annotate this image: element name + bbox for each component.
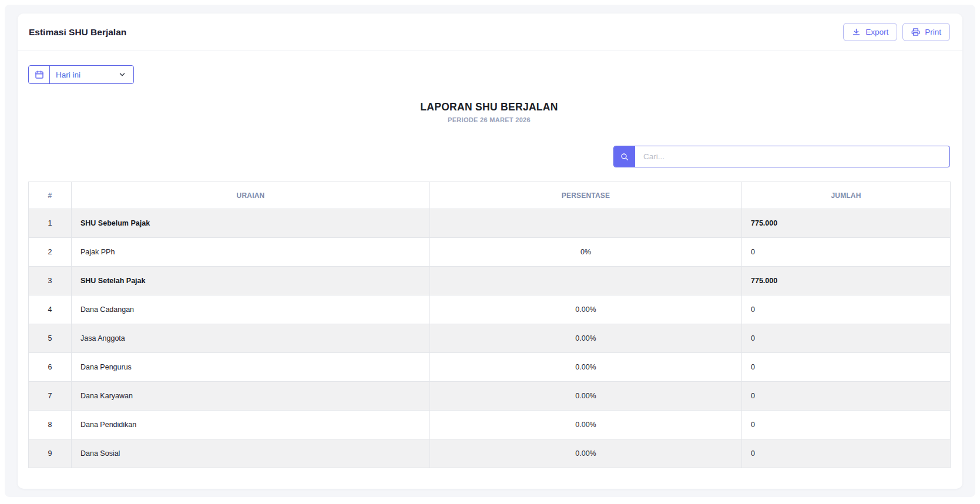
- cell-no: 5: [29, 324, 72, 353]
- table-header-row: # URAIAN PERSENTASE JUMLAH: [29, 182, 951, 209]
- card-header: Estimasi SHU Berjalan Export Print: [18, 14, 962, 51]
- cell-uraian: Dana Karyawan: [72, 382, 430, 411]
- report-title: LAPORAN SHU BERJALAN: [28, 101, 950, 113]
- card-body: Hari ini LAPORAN SHU BERJALAN PERIODE 26…: [18, 51, 962, 468]
- date-range-value: Hari ini: [50, 70, 118, 79]
- search-icon: [614, 146, 635, 167]
- cell-jumlah: 0: [742, 324, 951, 353]
- cell-no: 3: [29, 267, 72, 295]
- report-heading: LAPORAN SHU BERJALAN PERIODE 26 MARET 20…: [28, 101, 950, 123]
- table-row: 5Jasa Anggota0.00%0: [29, 324, 951, 353]
- cell-uraian: Dana Cadangan: [72, 295, 430, 324]
- cell-uraian: Pajak PPh: [72, 238, 430, 267]
- search-input[interactable]: [635, 146, 949, 167]
- cell-no: 4: [29, 295, 72, 324]
- column-header-jumlah: JUMLAH: [742, 182, 951, 209]
- table-row: 9Dana Sosial0.00%0: [29, 439, 951, 468]
- cell-jumlah: 0: [742, 382, 951, 411]
- cell-jumlah: 0: [742, 439, 951, 468]
- table-row: 6Dana Pengurus0.00%0: [29, 353, 951, 382]
- export-button-label: Export: [865, 28, 888, 36]
- cell-no: 1: [29, 209, 72, 238]
- cell-uraian: Dana Sosial: [72, 439, 430, 468]
- print-button-label: Print: [925, 28, 941, 36]
- cell-persentase: 0.00%: [430, 382, 742, 411]
- cell-no: 9: [29, 439, 72, 468]
- report-card: Estimasi SHU Berjalan Export Print: [18, 14, 962, 489]
- cell-persentase: 0.00%: [430, 324, 742, 353]
- cell-persentase: [430, 209, 742, 238]
- column-header-uraian: URAIAN: [72, 182, 430, 209]
- download-icon: [852, 28, 861, 36]
- table-row: 4Dana Cadangan0.00%0: [29, 295, 951, 324]
- date-range-dropdown[interactable]: Hari ini: [28, 65, 134, 84]
- cell-uraian: Jasa Anggota: [72, 324, 430, 353]
- cell-no: 6: [29, 353, 72, 382]
- shu-table: # URAIAN PERSENTASE JUMLAH 1SHU Sebelum …: [28, 182, 951, 468]
- cell-persentase: [430, 267, 742, 295]
- cell-jumlah: 0: [742, 238, 951, 267]
- print-button[interactable]: Print: [902, 23, 950, 41]
- cell-jumlah: 775.000: [742, 209, 951, 238]
- cell-persentase: 0.00%: [430, 411, 742, 439]
- table-row: 1SHU Sebelum Pajak775.000: [29, 209, 951, 238]
- cell-persentase: 0.00%: [430, 295, 742, 324]
- cell-persentase: 0.00%: [430, 353, 742, 382]
- cell-persentase: 0.00%: [430, 439, 742, 468]
- table-row: 2Pajak PPh0%0: [29, 238, 951, 267]
- table-row: 3SHU Setelah Pajak775.000: [29, 267, 951, 295]
- page-title: Estimasi SHU Berjalan: [29, 27, 126, 38]
- cell-persentase: 0%: [430, 238, 742, 267]
- cell-no: 8: [29, 411, 72, 439]
- cell-uraian: Dana Pengurus: [72, 353, 430, 382]
- search-box: [613, 146, 950, 167]
- calendar-icon: [29, 66, 50, 83]
- table-body: 1SHU Sebelum Pajak775.0002Pajak PPh0%03S…: [29, 209, 951, 468]
- table-row: 7Dana Karyawan0.00%0: [29, 382, 951, 411]
- column-header-no: #: [29, 182, 72, 209]
- cell-jumlah: 0: [742, 353, 951, 382]
- column-header-persentase: PERSENTASE: [430, 182, 742, 209]
- cell-uraian: SHU Sebelum Pajak: [72, 209, 430, 238]
- report-period: PERIODE 26 MARET 2026: [28, 116, 950, 123]
- cell-uraian: SHU Setelah Pajak: [72, 267, 430, 295]
- chevron-down-icon: [118, 70, 133, 79]
- cell-jumlah: 775.000: [742, 267, 951, 295]
- cell-uraian: Dana Pendidikan: [72, 411, 430, 439]
- cell-no: 7: [29, 382, 72, 411]
- cell-no: 2: [29, 238, 72, 267]
- cell-jumlah: 0: [742, 411, 951, 439]
- printer-icon: [911, 28, 920, 36]
- search-row: [28, 146, 950, 167]
- cell-jumlah: 0: [742, 295, 951, 324]
- table-row: 8Dana Pendidikan0.00%0: [29, 411, 951, 439]
- header-actions: Export Print: [843, 23, 950, 41]
- export-button[interactable]: Export: [843, 23, 897, 41]
